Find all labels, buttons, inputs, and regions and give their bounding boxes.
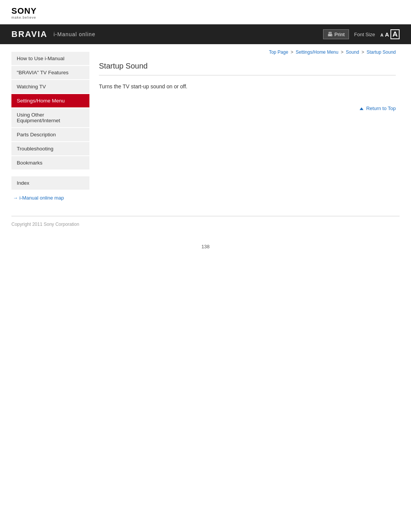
sidebar-item-how-to-use[interactable]: How to Use i-Manual bbox=[11, 52, 89, 65]
sony-tagline: make.believe bbox=[11, 16, 400, 19]
bravia-header-bar: BRAVIA i-Manual online 🖶 Print Font Size… bbox=[0, 24, 411, 44]
bravia-logo: BRAVIA bbox=[11, 29, 48, 39]
page-number: 138 bbox=[0, 232, 411, 257]
page-description: Turns the TV start-up sound on or off. bbox=[99, 82, 396, 91]
print-icon: 🖶 bbox=[327, 31, 333, 37]
sidebar-item-bravia-features[interactable]: "BRAVIA" TV Features bbox=[11, 66, 89, 79]
main-container: How to Use i-Manual "BRAVIA" TV Features… bbox=[0, 44, 411, 208]
logo-bar: SONY make.believe bbox=[0, 0, 411, 24]
font-size-controls: A A A bbox=[380, 29, 400, 39]
sidebar-item-bookmarks[interactable]: Bookmarks bbox=[11, 156, 89, 169]
sony-logo: SONY bbox=[11, 7, 400, 15]
footer: Copyright 2011 Sony Corporation bbox=[0, 216, 411, 232]
breadcrumb-settings[interactable]: Settings/Home Menu bbox=[296, 50, 338, 55]
sidebar: How to Use i-Manual "BRAVIA" TV Features… bbox=[0, 44, 91, 208]
font-small-button[interactable]: A bbox=[380, 33, 383, 37]
sidebar-item-using-other[interactable]: Using Other Equipment/Internet bbox=[11, 108, 89, 127]
triangle-up-icon bbox=[360, 107, 363, 110]
imanual-map-link[interactable]: → i-Manual online map bbox=[13, 195, 91, 201]
bravia-left: BRAVIA i-Manual online bbox=[11, 29, 96, 39]
print-button[interactable]: 🖶 Print bbox=[323, 29, 349, 39]
return-to-top-link[interactable]: Return to Top bbox=[360, 105, 396, 111]
sidebar-item-index[interactable]: Index bbox=[11, 176, 89, 190]
copyright-text: Copyright 2011 Sony Corporation bbox=[11, 222, 79, 227]
font-size-label: Font Size bbox=[354, 32, 375, 37]
breadcrumb-sound[interactable]: Sound bbox=[346, 50, 359, 55]
bravia-right: 🖶 Print Font Size A A A bbox=[323, 29, 400, 39]
breadcrumb-current: Startup Sound bbox=[366, 50, 396, 55]
sidebar-item-settings-home-menu[interactable]: Settings/Home Menu bbox=[11, 94, 89, 107]
imanual-subtitle: i-Manual online bbox=[54, 31, 96, 37]
breadcrumb-top[interactable]: Top Page bbox=[269, 50, 288, 55]
return-top-row: Return to Top bbox=[99, 102, 396, 111]
font-medium-button[interactable]: A bbox=[385, 31, 389, 38]
content-area: Top Page > Settings/Home Menu > Sound > … bbox=[91, 44, 411, 208]
sidebar-item-troubleshooting[interactable]: Troubleshooting bbox=[11, 142, 89, 155]
arrow-right-icon: → bbox=[13, 195, 18, 201]
sidebar-item-parts-description[interactable]: Parts Description bbox=[11, 128, 89, 141]
breadcrumb: Top Page > Settings/Home Menu > Sound > … bbox=[99, 50, 396, 55]
sidebar-item-watching-tv[interactable]: Watching TV bbox=[11, 80, 89, 93]
sidebar-index-section: Index bbox=[11, 176, 91, 190]
font-large-button[interactable]: A bbox=[390, 29, 400, 39]
page-title: Startup Sound bbox=[99, 62, 396, 75]
